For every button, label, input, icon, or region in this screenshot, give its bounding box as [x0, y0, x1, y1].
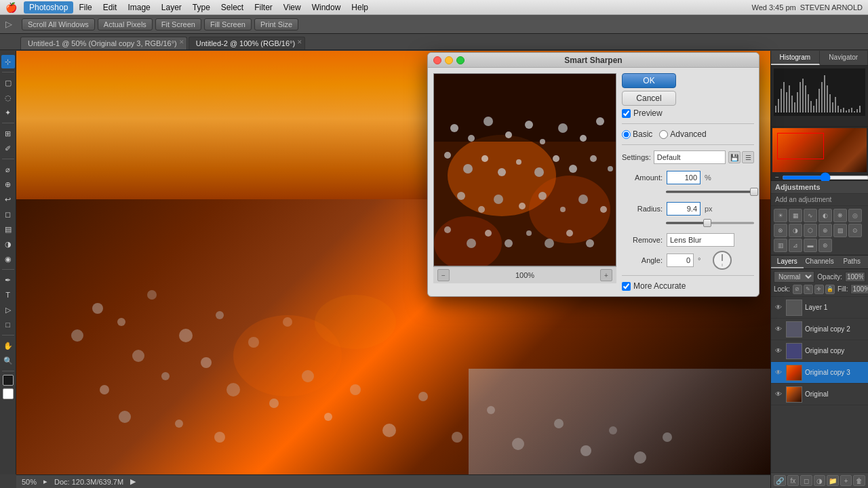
new-adjustment-btn[interactable]: ◑ [814, 475, 826, 486]
move-tool[interactable]: ⊹ [1, 55, 15, 68]
menu-window[interactable]: Window [307, 1, 347, 14]
actual-pixels-button[interactable]: Actual Pixels [98, 18, 153, 30]
threshold-icon[interactable]: ⊿ [789, 239, 802, 252]
fill-input[interactable] [850, 284, 868, 294]
text-tool[interactable]: T [1, 288, 15, 302]
lasso-tool[interactable]: ◌ [1, 91, 15, 104]
remove-select[interactable]: Gaussian Blur Lens Blur Motion Blur [667, 233, 734, 247]
tab-close-1[interactable]: ✕ [179, 39, 184, 45]
basic-radio-item[interactable]: Basic [622, 129, 652, 139]
menu-file[interactable]: File [73, 1, 97, 14]
exposure-icon[interactable]: ◐ [818, 209, 832, 222]
brightness-contrast-icon[interactable]: ☀ [774, 209, 787, 222]
zoom-in-preview-icon[interactable]: + [600, 269, 612, 281]
crop-tool[interactable]: ⊞ [1, 127, 15, 140]
cancel-button[interactable]: Cancel [622, 91, 676, 106]
selective-color-icon[interactable]: ⊛ [818, 239, 832, 252]
layer-eye-1[interactable]: 👁 [774, 325, 783, 334]
lock-transparent-icon[interactable]: ⊘ [793, 285, 802, 294]
layer-eye-0[interactable]: 👁 [774, 303, 783, 312]
tab-untitled1[interactable]: Untitled-1 @ 50% (Original copy 3, RGB/1… [20, 37, 187, 49]
navigator-tab[interactable]: Navigator [820, 51, 869, 65]
posterize-icon[interactable]: ▥ [774, 239, 787, 252]
menu-help[interactable]: Help [346, 1, 374, 14]
eyedropper-tool[interactable]: ✐ [1, 142, 15, 155]
nav-box[interactable] [777, 133, 825, 159]
photo-filter-icon[interactable]: ⬡ [804, 224, 817, 237]
print-size-button[interactable]: Print Size [254, 18, 298, 30]
nav-arrow[interactable]: ▶ [130, 477, 136, 486]
layer-item-3[interactable]: 👁 Original copy 3 [771, 362, 868, 384]
zoom-slider[interactable] [782, 176, 868, 180]
ok-button[interactable]: OK [622, 73, 676, 88]
pen-tool[interactable]: ✒ [1, 273, 15, 287]
blur-tool[interactable]: ◑ [1, 237, 15, 251]
basic-radio[interactable] [622, 130, 631, 139]
new-group-btn[interactable]: 📁 [827, 475, 839, 486]
fill-screen-button[interactable]: Fill Screen [204, 18, 252, 30]
menu-select[interactable]: Select [216, 1, 249, 14]
wand-tool[interactable]: ✦ [1, 106, 15, 119]
layer-item-4[interactable]: 👁 Original [771, 384, 868, 405]
layer-eye-4[interactable]: 👁 [774, 390, 783, 399]
foreground-color[interactable] [3, 375, 14, 386]
tab-untitled2[interactable]: Untitled-2 @ 100% (RGB/16°) ✕ [189, 37, 305, 49]
levels-icon[interactable]: ▦ [789, 209, 802, 222]
zoom-minus-icon[interactable]: − [775, 174, 779, 181]
layer-mask-btn[interactable]: ◻ [800, 475, 812, 486]
black-white-icon[interactable]: ◑ [789, 224, 802, 237]
scroll-all-windows-button[interactable]: Scroll All Windows [22, 18, 95, 30]
link-layers-btn[interactable]: 🔗 [774, 475, 786, 486]
minimize-button[interactable] [445, 56, 453, 64]
hand-tool[interactable]: ✋ [1, 339, 15, 352]
zoom-out-preview-icon[interactable]: − [437, 269, 450, 281]
opacity-input[interactable] [845, 272, 865, 282]
paths-tab[interactable]: Paths [835, 256, 868, 268]
gradient-map-icon[interactable]: ▬ [804, 239, 817, 252]
delete-layer-btn[interactable]: 🗑 [853, 475, 865, 486]
menu-view[interactable]: View [278, 1, 307, 14]
eraser-tool[interactable]: ◻ [1, 207, 15, 221]
background-color[interactable] [3, 388, 14, 399]
vibrance-icon[interactable]: ❋ [833, 209, 847, 222]
tab-close-2[interactable]: ✕ [297, 39, 302, 45]
blend-mode-select[interactable]: Normal [774, 271, 814, 283]
angle-input[interactable] [667, 253, 694, 267]
histogram-tab[interactable]: Histogram [771, 51, 820, 65]
path-tool[interactable]: ▷ [1, 303, 15, 317]
radius-input[interactable] [667, 202, 701, 216]
amount-input[interactable] [667, 171, 701, 184]
lock-pixels-icon[interactable]: ✎ [804, 285, 813, 294]
channel-mixer-icon[interactable]: ⊕ [818, 224, 832, 237]
advanced-radio[interactable] [659, 130, 668, 139]
layer-item-2[interactable]: 👁 Original copy [771, 340, 868, 362]
hue-sat-icon[interactable]: ◎ [848, 209, 862, 222]
invert-icon[interactable]: ⊙ [848, 224, 862, 237]
amount-slider-thumb[interactable] [750, 188, 758, 196]
marquee-tool[interactable]: ▢ [1, 76, 15, 89]
fit-screen-button[interactable]: Fit Screen [155, 18, 201, 30]
zoom-tool[interactable]: 🔍 [1, 354, 15, 367]
dodge-tool[interactable]: ◉ [1, 252, 15, 266]
color-lookup-icon[interactable]: ▨ [833, 224, 847, 237]
channels-tab[interactable]: Channels [804, 256, 836, 268]
menu-layer[interactable]: Layer [156, 1, 187, 14]
preview-checkbox-input[interactable] [622, 109, 631, 118]
close-button[interactable] [433, 56, 441, 64]
menu-filter[interactable]: Filter [249, 1, 278, 14]
menu-type[interactable]: Type [187, 1, 216, 14]
layer-eye-3[interactable]: 👁 [774, 368, 783, 378]
lock-all-icon[interactable]: 🔒 [825, 285, 835, 294]
new-layer-btn[interactable]: + [840, 475, 852, 486]
advanced-radio-item[interactable]: Advanced [659, 129, 706, 139]
lock-position-icon[interactable]: ✛ [814, 285, 824, 294]
stamp-tool[interactable]: ⊕ [1, 178, 15, 191]
angle-dial[interactable] [713, 251, 732, 270]
menu-photoshop[interactable]: Photoshop [24, 1, 73, 14]
settings-select[interactable]: Default Custom [654, 150, 726, 164]
layer-item-0[interactable]: 👁 Layer 1 [771, 297, 868, 319]
layer-eye-2[interactable]: 👁 [774, 346, 783, 356]
history-brush-tool[interactable]: ↩ [1, 192, 15, 206]
apple-icon[interactable]: 🍎 [5, 2, 17, 13]
settings-save-icon[interactable]: 💾 [728, 151, 741, 163]
